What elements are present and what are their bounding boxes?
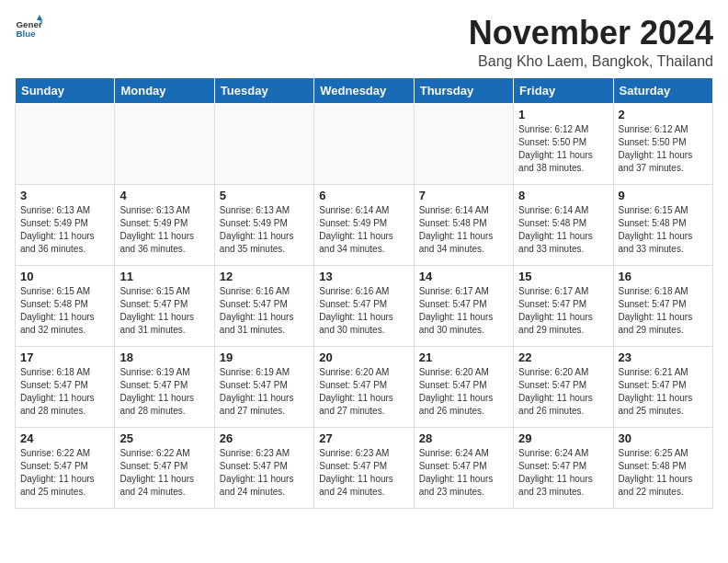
- day-number: 12: [220, 270, 309, 283]
- cell-info: Sunrise: 6:15 AM Sunset: 5:48 PM Dayligh…: [619, 204, 708, 256]
- day-number: 5: [220, 189, 309, 202]
- cell-info: Sunrise: 6:23 AM Sunset: 5:47 PM Dayligh…: [220, 447, 309, 499]
- cell-info: Sunrise: 6:25 AM Sunset: 5:48 PM Dayligh…: [619, 447, 708, 499]
- day-number: 21: [419, 350, 508, 364]
- calendar-cell: 9Sunrise: 6:15 AM Sunset: 5:48 PM Daylig…: [613, 184, 712, 265]
- calendar-cell: [214, 103, 313, 184]
- day-number: 23: [619, 350, 708, 364]
- day-number: 30: [619, 431, 708, 445]
- cell-info: Sunrise: 6:23 AM Sunset: 5:47 PM Dayligh…: [319, 447, 408, 499]
- cell-info: Sunrise: 6:20 AM Sunset: 5:47 PM Dayligh…: [518, 366, 608, 418]
- day-number: 10: [20, 270, 109, 283]
- cell-info: Sunrise: 6:19 AM Sunset: 5:47 PM Dayligh…: [119, 366, 209, 418]
- calendar-cell: 22Sunrise: 6:20 AM Sunset: 5:47 PM Dayli…: [514, 346, 613, 427]
- calendar-header-row: SundayMondayTuesdayWednesdayThursdayFrid…: [16, 77, 713, 103]
- calendar-cell: 29Sunrise: 6:24 AM Sunset: 5:47 PM Dayli…: [514, 427, 613, 508]
- day-number: 27: [319, 431, 408, 445]
- calendar-cell: 4Sunrise: 6:13 AM Sunset: 5:49 PM Daylig…: [115, 184, 214, 265]
- cell-info: Sunrise: 6:17 AM Sunset: 5:47 PM Dayligh…: [518, 285, 608, 337]
- calendar-cell: 20Sunrise: 6:20 AM Sunset: 5:47 PM Dayli…: [314, 346, 414, 427]
- calendar-week-row: 10Sunrise: 6:15 AM Sunset: 5:48 PM Dayli…: [16, 265, 713, 346]
- calendar-week-row: 3Sunrise: 6:13 AM Sunset: 5:49 PM Daylig…: [16, 184, 713, 265]
- cell-info: Sunrise: 6:18 AM Sunset: 5:47 PM Dayligh…: [20, 366, 109, 418]
- cell-info: Sunrise: 6:14 AM Sunset: 5:48 PM Dayligh…: [518, 204, 608, 256]
- day-number: 3: [20, 189, 109, 202]
- calendar-cell: 21Sunrise: 6:20 AM Sunset: 5:47 PM Dayli…: [414, 346, 513, 427]
- cell-info: Sunrise: 6:15 AM Sunset: 5:47 PM Dayligh…: [119, 285, 209, 337]
- day-number: 28: [419, 431, 508, 445]
- cell-info: Sunrise: 6:20 AM Sunset: 5:47 PM Dayligh…: [419, 366, 508, 418]
- day-number: 8: [518, 189, 608, 202]
- day-number: 11: [119, 270, 209, 283]
- logo-icon: General Blue: [15, 15, 42, 42]
- cell-info: Sunrise: 6:24 AM Sunset: 5:47 PM Dayligh…: [419, 447, 508, 499]
- cell-info: Sunrise: 6:13 AM Sunset: 5:49 PM Dayligh…: [220, 204, 309, 256]
- calendar-cell: 10Sunrise: 6:15 AM Sunset: 5:48 PM Dayli…: [16, 265, 115, 346]
- calendar-cell: 27Sunrise: 6:23 AM Sunset: 5:47 PM Dayli…: [314, 427, 414, 508]
- day-number: 26: [220, 431, 309, 445]
- calendar-cell: 23Sunrise: 6:21 AM Sunset: 5:47 PM Dayli…: [613, 346, 712, 427]
- calendar-cell: 26Sunrise: 6:23 AM Sunset: 5:47 PM Dayli…: [214, 427, 313, 508]
- day-of-week-header: Sunday: [16, 77, 115, 103]
- cell-info: Sunrise: 6:24 AM Sunset: 5:47 PM Dayligh…: [518, 447, 608, 499]
- day-number: 18: [119, 350, 209, 364]
- calendar-cell: [414, 103, 513, 184]
- calendar-cell: 12Sunrise: 6:16 AM Sunset: 5:47 PM Dayli…: [214, 265, 313, 346]
- day-number: 7: [419, 189, 508, 202]
- day-number: 25: [119, 431, 209, 445]
- calendar-cell: 5Sunrise: 6:13 AM Sunset: 5:49 PM Daylig…: [214, 184, 313, 265]
- day-of-week-header: Monday: [115, 77, 214, 103]
- cell-info: Sunrise: 6:13 AM Sunset: 5:49 PM Dayligh…: [119, 204, 209, 256]
- calendar-cell: 14Sunrise: 6:17 AM Sunset: 5:47 PM Dayli…: [414, 265, 513, 346]
- calendar-week-row: 1Sunrise: 6:12 AM Sunset: 5:50 PM Daylig…: [16, 103, 713, 184]
- cell-info: Sunrise: 6:19 AM Sunset: 5:47 PM Dayligh…: [220, 366, 309, 418]
- header: General Blue November 2024 Bang Kho Laem…: [15, 15, 713, 70]
- cell-info: Sunrise: 6:12 AM Sunset: 5:50 PM Dayligh…: [619, 123, 708, 175]
- location-title: Bang Kho Laem, Bangkok, Thailand: [469, 53, 713, 70]
- cell-info: Sunrise: 6:18 AM Sunset: 5:47 PM Dayligh…: [619, 285, 708, 337]
- cell-info: Sunrise: 6:16 AM Sunset: 5:47 PM Dayligh…: [220, 285, 309, 337]
- cell-info: Sunrise: 6:20 AM Sunset: 5:47 PM Dayligh…: [319, 366, 408, 418]
- calendar-week-row: 24Sunrise: 6:22 AM Sunset: 5:47 PM Dayli…: [16, 427, 713, 508]
- calendar-cell: 25Sunrise: 6:22 AM Sunset: 5:47 PM Dayli…: [115, 427, 214, 508]
- calendar-cell: [314, 103, 414, 184]
- calendar-cell: 13Sunrise: 6:16 AM Sunset: 5:47 PM Dayli…: [314, 265, 414, 346]
- cell-info: Sunrise: 6:22 AM Sunset: 5:47 PM Dayligh…: [20, 447, 109, 499]
- calendar-cell: 6Sunrise: 6:14 AM Sunset: 5:49 PM Daylig…: [314, 184, 414, 265]
- calendar-cell: 17Sunrise: 6:18 AM Sunset: 5:47 PM Dayli…: [16, 346, 115, 427]
- svg-marker-2: [37, 15, 42, 20]
- cell-info: Sunrise: 6:16 AM Sunset: 5:47 PM Dayligh…: [319, 285, 408, 337]
- day-number: 17: [20, 350, 109, 364]
- day-number: 19: [220, 350, 309, 364]
- day-number: 22: [518, 350, 608, 364]
- calendar-cell: [115, 103, 214, 184]
- calendar-cell: 7Sunrise: 6:14 AM Sunset: 5:48 PM Daylig…: [414, 184, 513, 265]
- cell-info: Sunrise: 6:17 AM Sunset: 5:47 PM Dayligh…: [419, 285, 508, 337]
- calendar-cell: 16Sunrise: 6:18 AM Sunset: 5:47 PM Dayli…: [613, 265, 712, 346]
- calendar-cell: 8Sunrise: 6:14 AM Sunset: 5:48 PM Daylig…: [514, 184, 613, 265]
- month-title: November 2024: [469, 15, 713, 52]
- cell-info: Sunrise: 6:15 AM Sunset: 5:48 PM Dayligh…: [20, 285, 109, 337]
- calendar-cell: 19Sunrise: 6:19 AM Sunset: 5:47 PM Dayli…: [214, 346, 313, 427]
- day-of-week-header: Thursday: [414, 77, 513, 103]
- day-number: 9: [619, 189, 708, 202]
- day-number: 24: [20, 431, 109, 445]
- cell-info: Sunrise: 6:22 AM Sunset: 5:47 PM Dayligh…: [119, 447, 209, 499]
- calendar-body: 1Sunrise: 6:12 AM Sunset: 5:50 PM Daylig…: [16, 103, 713, 508]
- day-number: 16: [619, 270, 708, 283]
- calendar-cell: 3Sunrise: 6:13 AM Sunset: 5:49 PM Daylig…: [16, 184, 115, 265]
- day-number: 13: [319, 270, 408, 283]
- calendar-cell: 2Sunrise: 6:12 AM Sunset: 5:50 PM Daylig…: [613, 103, 712, 184]
- calendar-cell: 24Sunrise: 6:22 AM Sunset: 5:47 PM Dayli…: [16, 427, 115, 508]
- day-number: 6: [319, 189, 408, 202]
- day-number: 29: [518, 431, 608, 445]
- day-number: 14: [419, 270, 508, 283]
- day-number: 4: [119, 189, 209, 202]
- day-number: 1: [518, 108, 608, 121]
- title-area: November 2024 Bang Kho Laem, Bangkok, Th…: [469, 15, 713, 70]
- calendar-cell: 15Sunrise: 6:17 AM Sunset: 5:47 PM Dayli…: [514, 265, 613, 346]
- calendar-cell: 11Sunrise: 6:15 AM Sunset: 5:47 PM Dayli…: [115, 265, 214, 346]
- logo: General Blue: [15, 15, 42, 42]
- calendar-week-row: 17Sunrise: 6:18 AM Sunset: 5:47 PM Dayli…: [16, 346, 713, 427]
- cell-info: Sunrise: 6:21 AM Sunset: 5:47 PM Dayligh…: [619, 366, 708, 418]
